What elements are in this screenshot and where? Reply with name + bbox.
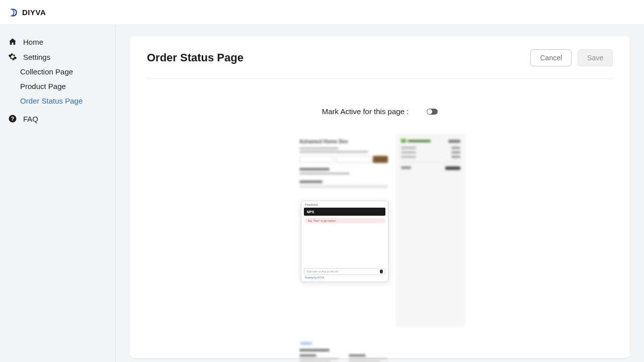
toggle-label: Mark Active for this page : xyxy=(322,107,409,116)
preview-order-summary xyxy=(396,134,465,327)
sidebar-sub-product-page[interactable]: Product Page xyxy=(0,79,115,94)
nps-header: NPS xyxy=(304,208,385,216)
settings-card: Order Status Page Cancel Save Mark Activ… xyxy=(130,36,630,358)
mic-icon[interactable] xyxy=(380,269,383,274)
feedback-body xyxy=(304,223,385,268)
active-toggle-row: Mark Active for this page : xyxy=(147,107,613,116)
feedback-widget: Feedback NPS Say "Start" to get started … xyxy=(301,201,388,282)
feedback-input-row[interactable]: Type here or click on the mic xyxy=(304,268,385,275)
sidebar-item-settings[interactable]: Settings xyxy=(0,49,115,64)
preview-store-name: Ashamed Home Dev xyxy=(299,139,393,144)
gear-icon xyxy=(8,52,17,61)
feedback-pill: Say "Start" to get started xyxy=(305,218,385,223)
preview-link: contact us xyxy=(300,341,312,344)
action-buttons: Cancel Save xyxy=(530,49,613,66)
main-content: Order Status Page Cancel Save Mark Activ… xyxy=(116,25,644,362)
sidebar: Home Settings Collection Page Product Pa… xyxy=(0,25,116,362)
card-header: Order Status Page Cancel Save xyxy=(147,49,613,79)
active-toggle[interactable] xyxy=(427,109,438,115)
preview-customer-info xyxy=(299,349,388,362)
sidebar-sub-order-status-page[interactable]: Order Status Page xyxy=(0,94,115,108)
help-icon: ? xyxy=(8,114,17,123)
sidebar-item-label: Settings xyxy=(23,53,50,61)
powered-by: Powered by DIYVA xyxy=(304,277,385,279)
sidebar-sub-collection-page[interactable]: Collection Page xyxy=(0,64,115,79)
cancel-button[interactable]: Cancel xyxy=(530,49,572,66)
sidebar-item-label: Home xyxy=(23,38,43,46)
feedback-input-placeholder: Type here or click on the mic xyxy=(306,270,378,273)
toggle-knob xyxy=(427,109,432,114)
brand-name: DIYVA xyxy=(22,8,46,17)
order-status-preview: Ashamed Home Dev xyxy=(294,134,465,327)
save-button[interactable]: Save xyxy=(578,49,613,66)
svg-text:?: ? xyxy=(11,116,14,122)
preview-blurred-content: Ashamed Home Dev xyxy=(294,139,393,188)
preview-container: Ashamed Home Dev xyxy=(147,134,613,327)
sidebar-item-label: FAQ xyxy=(23,115,38,123)
preview-main-column: Ashamed Home Dev xyxy=(294,134,393,327)
feedback-label: Feedback xyxy=(304,203,385,206)
home-icon xyxy=(8,37,17,46)
brand-logo-icon xyxy=(8,8,18,18)
page-title: Order Status Page xyxy=(147,51,244,64)
topbar: DIYVA xyxy=(0,0,644,25)
brand: DIYVA xyxy=(8,8,46,18)
sidebar-item-faq[interactable]: ? FAQ xyxy=(0,111,115,126)
sidebar-item-home[interactable]: Home xyxy=(0,34,115,49)
